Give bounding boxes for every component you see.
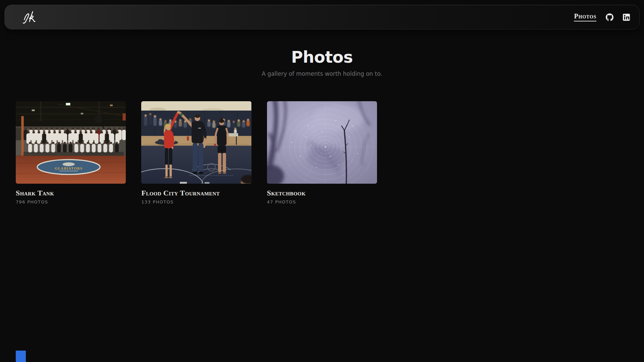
album-title: Flood City Tournament <box>141 189 251 197</box>
mat-logo-text: GLADIATORS <box>55 166 83 170</box>
nav-link-photos[interactable]: Photos <box>574 13 596 21</box>
navbar-links: Photos <box>574 13 630 21</box>
linkedin-icon <box>623 14 630 21</box>
album-card-shark-tank[interactable]: GLADIATORS Shark Tank 796 PHOTOS <box>16 101 126 204</box>
album-grid: GLADIATORS Shark Tank 796 PHOTOS <box>0 101 644 204</box>
album-cover-flood-city[interactable] <box>141 101 251 184</box>
page-title: Photos <box>0 48 644 67</box>
page-subtitle: A gallery of moments worth holding on to… <box>0 70 644 77</box>
album-title: Shark Tank <box>16 189 126 197</box>
signature-logo-icon <box>21 9 37 25</box>
linkedin-link[interactable] <box>623 14 630 21</box>
tournament-photo-art <box>141 101 251 184</box>
bottom-left-blue-marker <box>16 351 26 362</box>
site-logo[interactable] <box>21 9 37 25</box>
album-photo-count: 796 PHOTOS <box>16 199 126 204</box>
album-photo-count: 133 PHOTOS <box>141 199 251 204</box>
album-photo-count: 47 PHOTOS <box>267 199 377 204</box>
album-title: Sketchbook <box>267 189 377 197</box>
album-cover-shark-tank[interactable]: GLADIATORS <box>16 101 126 184</box>
album-card-flood-city-tournament[interactable]: Flood City Tournament 133 PHOTOS <box>141 101 251 204</box>
github-link[interactable] <box>606 13 613 21</box>
album-cover-sketchbook[interactable] <box>267 101 377 184</box>
github-icon <box>606 13 613 21</box>
page-header: Photos A gallery of moments worth holdin… <box>0 48 644 77</box>
navbar: Photos <box>4 5 640 29</box>
spiderweb-photo-art <box>267 101 377 184</box>
gym-group-photo-art: GLADIATORS <box>16 101 126 184</box>
album-card-sketchbook[interactable]: Sketchbook 47 PHOTOS <box>267 101 377 204</box>
